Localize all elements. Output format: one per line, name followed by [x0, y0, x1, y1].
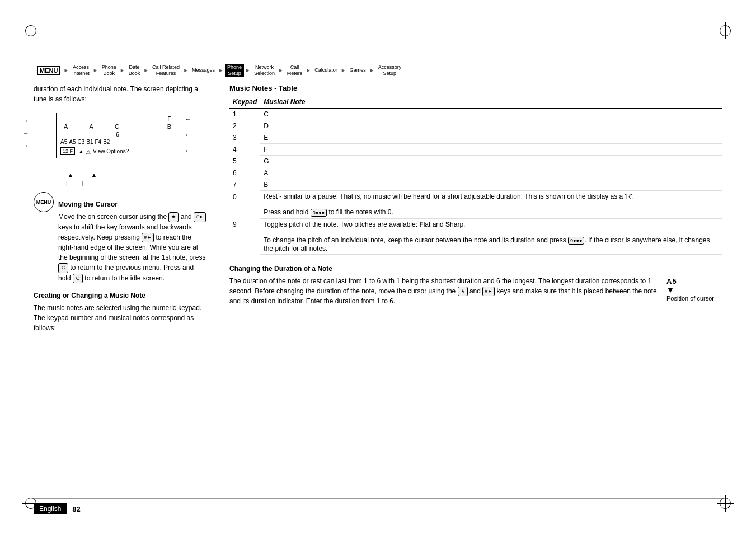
crosshair-top-left — [22, 22, 39, 39]
screen-bottom: 12 F ▲ △ View Options? — [58, 146, 177, 156]
menu-arrow-0: ► — [63, 67, 69, 73]
note-b2: B2 — [103, 139, 110, 145]
intro-text: duration of each individual note. The sc… — [34, 84, 207, 104]
duration-content: The duration of the note or rest can las… — [229, 276, 722, 307]
arrow-right-1: ← — [185, 115, 191, 123]
menu-item-7[interactable]: CallMeters — [285, 64, 305, 77]
arrow-left-1: → — [22, 117, 29, 125]
menu-item-6[interactable]: NetworkSelection — [252, 64, 277, 77]
screen-bottom-label: 12 F — [60, 147, 75, 155]
music-table-title: Music Notes - Table — [229, 84, 722, 92]
menu-item-4[interactable]: Messages — [190, 67, 217, 74]
bottom-line-2: | — [82, 180, 84, 186]
note-d-cell: D — [260, 120, 722, 132]
screen-notes-row: A5 A5 C3 B1 F4 B2 — [58, 138, 177, 146]
duration-section: Changing the Duration of a Note The dura… — [229, 265, 722, 307]
menu-arrow-6: ► — [245, 67, 251, 73]
note-f-cell: F — [260, 144, 722, 156]
duration-title: Changing the Duration of a Note — [229, 265, 722, 273]
arrow-left-3: → — [22, 142, 29, 149]
menu-arrow-10: ► — [369, 67, 375, 73]
screen-wrapper: → → → ← ← ← F — [39, 113, 179, 170]
bottom-arrow-2: ▲ — [91, 171, 97, 179]
phone-diagram: → → → ← ← ← F — [39, 113, 207, 186]
key-c-1: C — [58, 263, 68, 273]
table-row: 3 E — [229, 132, 722, 144]
menu-item-3[interactable]: Call RelatedFeatures — [150, 64, 182, 77]
arrow-right-2: ← — [185, 131, 191, 139]
note-b1-2: B1 — [86, 139, 93, 145]
menu-arrow-4: ► — [183, 67, 189, 73]
menu-item-0[interactable]: AccessInternet — [70, 64, 92, 77]
note-f: F — [167, 115, 171, 122]
note-c3: C3 — [77, 139, 84, 145]
menu-arrow-2: ► — [120, 67, 125, 73]
key-hash: #► — [194, 212, 206, 222]
page: MENU ► AccessInternet ► PhoneBook ► Date… — [0, 0, 756, 534]
bottom-line-1: | — [66, 180, 68, 186]
table-row: 7 B — [229, 179, 722, 191]
crosshair-top-right — [717, 22, 734, 39]
right-column: Music Notes - Table Keypad Musical Note … — [224, 84, 722, 489]
note-9-cell: Toggles pitch of the note. Two pitches a… — [260, 218, 722, 254]
note-e-cell: E — [260, 132, 722, 144]
note-b1: B — [167, 123, 171, 130]
phone-screen: F A A C B 6 — [56, 113, 179, 158]
left-column: duration of each individual note. The sc… — [34, 84, 213, 489]
cursor-label: A5 — [666, 277, 722, 285]
menu-arrow-7: ► — [278, 67, 284, 73]
keypad-0: 0 — [229, 191, 260, 219]
moving-cursor-text: Moving the Cursor Move the on screen cur… — [58, 192, 207, 283]
note-b-cell: B — [260, 179, 722, 191]
col-keypad-header: Keypad — [229, 97, 260, 109]
duration-text: The duration of the note or rest can las… — [229, 276, 661, 307]
keypad-2: 2 — [229, 120, 260, 132]
number-6: 6 — [116, 131, 119, 138]
cursor-desc: Position of cursor — [666, 295, 714, 302]
footer: English 82 — [34, 498, 722, 514]
key-9-inline: 9●●● — [568, 237, 584, 245]
screen-options: View Options? — [93, 148, 129, 154]
footer-language: English — [34, 503, 67, 514]
menu-label: MENU — [37, 66, 60, 75]
table-row: 4 F — [229, 144, 722, 156]
note-c-cell: C — [260, 109, 722, 120]
note-space — [140, 123, 145, 130]
menu-icon: MENU — [34, 192, 54, 212]
keypad-4: 4 — [229, 144, 260, 156]
table-row: 6 A — [229, 167, 722, 179]
key-star-dur: ★ — [458, 287, 468, 297]
menu-arrow-9: ► — [341, 67, 346, 73]
note-a5-1: A5 — [60, 139, 67, 145]
col-note-header: Musical Note — [260, 97, 722, 109]
key-hash-2: #► — [142, 233, 154, 243]
menu-item-9[interactable]: Games — [348, 67, 368, 74]
table-row: 9 Toggles pitch of the note. Two pitches… — [229, 218, 722, 254]
cursor-position-arrow: ▼ — [666, 285, 722, 294]
moving-cursor-block: MENU Moving the Cursor Move the on scree… — [34, 192, 207, 283]
screen-row-1: F — [58, 115, 177, 123]
note-a2: A — [90, 123, 93, 130]
keypad-7: 7 — [229, 179, 260, 191]
key-hash-dur: #► — [482, 287, 495, 297]
note-c: C — [115, 123, 119, 130]
keypad-1: 1 — [229, 109, 260, 120]
arrow-right-3: ← — [185, 147, 191, 154]
table-row: 5 G — [229, 156, 722, 167]
menu-arrow-5: ► — [218, 67, 224, 73]
keypad-9: 9 — [229, 218, 260, 254]
menu-item-1[interactable]: PhoneBook — [100, 64, 119, 77]
table-row: 1 C — [229, 109, 722, 120]
creating-note-title: Creating or Changing a Music Note — [34, 292, 207, 299]
note-a5-2: A5 — [69, 139, 76, 145]
menu-item-2[interactable]: DateBook — [126, 64, 143, 77]
menu-item-10[interactable]: AccessorySetup — [376, 64, 404, 77]
creating-note-body: The music notes are selected using the n… — [34, 303, 207, 333]
note-rest-cell: Rest - similar to a pause. That is, no m… — [260, 191, 722, 219]
table-row: 0 Rest - similar to a pause. That is, no… — [229, 191, 722, 219]
menu-item-5[interactable]: PhoneSetup — [225, 64, 244, 77]
key-star: ★ — [168, 212, 179, 222]
menu-item-8[interactable]: Calculator — [312, 67, 340, 74]
moving-cursor-body: Move the on screen cursor using the ★ an… — [58, 212, 207, 283]
moving-cursor-title: Moving the Cursor — [58, 200, 207, 208]
